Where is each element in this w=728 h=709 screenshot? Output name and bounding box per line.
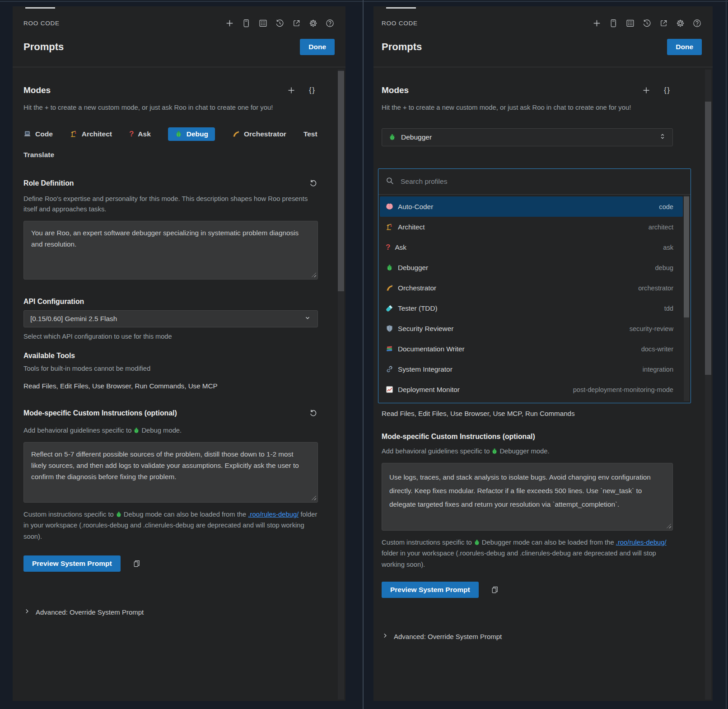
custom-instructions-textarea[interactable]: Use logs, traces, and stack analysis to … — [382, 463, 673, 531]
chevron-right-icon — [23, 608, 30, 616]
mode-chip-test[interactable]: Test — [303, 130, 317, 138]
done-button[interactable]: Done — [300, 39, 335, 55]
laptop-icon — [23, 130, 31, 138]
done-button[interactable]: Done — [667, 39, 702, 55]
scrollbar-thumb[interactable] — [705, 102, 711, 375]
roo-code-panel-left: ROO CODE Prompts Done Modes {} Hit the — [13, 6, 345, 701]
shield-icon — [386, 325, 393, 332]
custom-instructions-title: Mode-specific Custom Instructions (optio… — [382, 433, 673, 441]
mode-chip-ask[interactable]: ? Ask — [129, 130, 151, 138]
custom-instructions-hint: Add behavioral guidelines specific toDeb… — [23, 425, 318, 436]
mode-chip-list: Code Architect ? Ask Debug Orchestrator … — [23, 127, 318, 159]
available-tools-title: Available Tools — [23, 352, 318, 360]
edit-modes-json-button[interactable]: {} — [308, 86, 317, 95]
window-right-border — [726, 0, 727, 709]
panel-divider — [363, 0, 364, 709]
add-mode-plus-icon[interactable] — [641, 86, 651, 95]
mode-chip-orchestrator[interactable]: Orchestrator — [232, 130, 286, 138]
books-icon — [386, 345, 393, 353]
role-definition-textarea[interactable]: You are Roo, an expert software debugger… — [23, 221, 318, 280]
mode-profile-select[interactable]: Debugger — [382, 128, 673, 146]
search-profiles-input[interactable] — [400, 177, 683, 186]
mcp-servers-icon[interactable] — [258, 18, 268, 28]
window-top-border — [0, 1, 728, 2]
panel-body: Modes {} Hit the + to create a new custo… — [13, 67, 345, 616]
mode-chip-architect[interactable]: Architect — [70, 130, 112, 138]
mode-chip-code[interactable]: Code — [23, 130, 53, 138]
prompts-icon[interactable] — [608, 18, 618, 28]
question-icon: ? — [129, 130, 134, 138]
mode-chip-debug-selected[interactable]: Debug — [168, 127, 215, 141]
profile-item-security-reviewer[interactable]: Security Reviewer security-review — [380, 318, 683, 339]
beetle-icon — [388, 133, 396, 141]
mcp-servers-icon[interactable] — [625, 18, 635, 28]
available-tools-note: Tools for built-in modes cannot be modif… — [23, 364, 318, 374]
prompts-icon[interactable] — [241, 18, 251, 28]
advanced-override-toggle[interactable]: Advanced: Override System Prompt — [382, 632, 673, 640]
edit-modes-json-button[interactable]: {} — [663, 86, 672, 95]
mode-profile-dropdown: Auto-Coder code Architect architect ? As… — [378, 168, 691, 403]
search-icon — [386, 177, 394, 187]
beetle-icon — [386, 264, 393, 271]
advanced-override-toggle[interactable]: Advanced: Override System Prompt — [23, 608, 318, 616]
active-view-indicator — [386, 7, 416, 9]
preview-system-prompt-button[interactable]: Preview System Prompt — [23, 555, 121, 572]
api-configuration-help: Select which API configuration to use fo… — [23, 333, 318, 340]
profile-item-tester-tdd[interactable]: Tester (TDD) tdd — [380, 298, 683, 318]
active-view-indicator — [25, 7, 55, 9]
preview-system-prompt-button[interactable]: Preview System Prompt — [382, 582, 479, 598]
boomerang-icon — [232, 130, 240, 138]
undo-icon[interactable] — [308, 409, 318, 418]
profile-list: Auto-Coder code Architect architect ? As… — [378, 195, 691, 403]
add-mode-plus-icon[interactable] — [286, 86, 296, 95]
api-configuration-title: API Configuration — [23, 298, 318, 306]
copy-icon[interactable] — [490, 585, 500, 595]
settings-gear-icon[interactable] — [675, 18, 685, 28]
profile-item-documentation-writer[interactable]: Documentation Writer docs-writer — [380, 339, 683, 359]
modes-hint: Hit the + to create a new custom mode, o… — [382, 103, 673, 113]
undo-icon[interactable] — [308, 179, 318, 188]
history-icon[interactable] — [275, 18, 285, 28]
beetle-icon — [133, 427, 140, 434]
custom-instructions-hint: Add behavioral guidelines specific toDeb… — [382, 446, 673, 457]
help-icon[interactable] — [692, 18, 702, 28]
profile-item-ask[interactable]: ? Ask ask — [380, 237, 683, 257]
custom-instructions-title: Mode-specific Custom Instructions (optio… — [23, 409, 177, 417]
dropdown-scrollbar-thumb[interactable] — [684, 196, 689, 317]
crane-icon — [386, 223, 393, 231]
profile-search-row — [378, 169, 691, 195]
page-title: Prompts — [23, 41, 64, 53]
app-title: ROO CODE — [382, 20, 418, 27]
profile-item-debugger[interactable]: Debugger debug — [380, 257, 683, 278]
help-icon[interactable] — [325, 18, 335, 28]
custom-instructions-textarea[interactable]: Reflect on 5-7 different possible source… — [23, 442, 318, 503]
chevron-down-icon — [304, 314, 311, 323]
custom-instructions-footer: Custom instructions specific toDebugger … — [382, 537, 673, 570]
crane-icon — [70, 130, 78, 138]
history-icon[interactable] — [642, 18, 652, 28]
new-task-plus-icon[interactable] — [592, 18, 602, 28]
copy-icon[interactable] — [132, 559, 142, 569]
api-configuration-select[interactable]: [0.15/0.60] Gemini 2.5 Flash — [23, 310, 318, 327]
roo-code-panel-right: ROO CODE Prompts Done Modes {} Hit the — [373, 6, 713, 701]
chevrons-updown-icon — [659, 133, 666, 142]
mode-chip-translate[interactable]: Translate — [23, 151, 54, 159]
profile-item-system-integrator[interactable]: System Integrator integration — [380, 359, 683, 379]
beetle-icon — [175, 130, 182, 138]
open-in-editor-icon[interactable] — [658, 18, 668, 28]
profile-item-orchestrator[interactable]: Orchestrator orchestrator — [380, 278, 683, 298]
settings-gear-icon[interactable] — [308, 18, 318, 28]
open-in-editor-icon[interactable] — [291, 18, 301, 28]
profile-item-deployment-monitor[interactable]: Deployment Monitor post-deployment-monit… — [380, 379, 683, 400]
new-task-plus-icon[interactable] — [224, 18, 234, 28]
panel-header: ROO CODE Prompts Done — [13, 6, 345, 67]
profile-item-auto-coder[interactable]: Auto-Coder code — [380, 196, 683, 217]
role-definition-title: Role Definition — [23, 179, 74, 187]
header-toolbar — [592, 18, 702, 28]
rules-folder-link[interactable]: .roo/rules-debug/ — [616, 539, 667, 546]
beetle-icon — [115, 511, 122, 518]
panel-body: Modes {} Hit the + to create a new custo… — [373, 67, 713, 640]
scrollbar-thumb[interactable] — [338, 71, 344, 291]
profile-item-architect[interactable]: Architect architect — [380, 217, 683, 237]
rules-folder-link[interactable]: .roo/rules-debug/ — [248, 511, 299, 518]
